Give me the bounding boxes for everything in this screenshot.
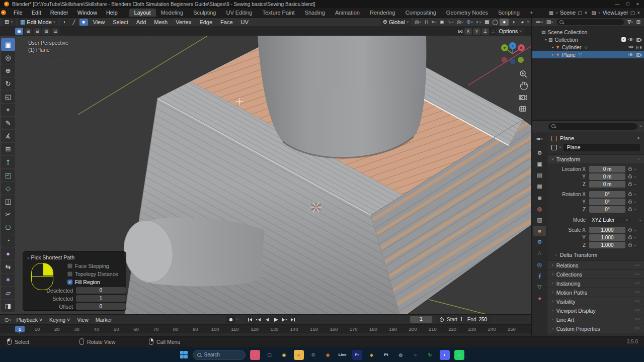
falloff-icon[interactable]: ∿˅: [446, 19, 455, 25]
transform-value-field[interactable]: 0°: [589, 191, 625, 198]
pt-app-icon[interactable]: Pt: [381, 350, 391, 360]
field-value[interactable]: 0: [76, 303, 126, 310]
animate-decorator[interactable]: •: [639, 218, 641, 222]
visibility-filter-icon[interactable]: ◎˅: [455, 19, 465, 25]
axis-x-button[interactable]: X: [464, 28, 472, 35]
properties-tab-object[interactable]: ■: [533, 226, 546, 236]
collection-checkbox[interactable]: ✓: [621, 37, 626, 42]
object-name-field[interactable]: Plane: [564, 144, 640, 151]
tool-rip-region[interactable]: ◨: [1, 300, 15, 312]
mode-dropdown[interactable]: ▦Edit Mode˅: [18, 18, 58, 26]
pivot-point-icon[interactable]: ◎˅: [413, 19, 423, 25]
section-visibility[interactable]: ›Visibility≡≡: [547, 297, 644, 306]
tool-move[interactable]: ⊕: [1, 64, 15, 77]
tool-edge-slide[interactable]: ⇆: [1, 260, 15, 273]
mirror-icon[interactable]: ⋈: [456, 29, 464, 34]
tab-rendering[interactable]: Rendering: [365, 9, 400, 17]
shading-wireframe-icon[interactable]: ◯: [491, 19, 500, 26]
disable-render-icon[interactable]: [636, 37, 642, 42]
disable-render-icon[interactable]: [636, 52, 642, 57]
section-instancing[interactable]: ›Instancing≡≡: [547, 279, 644, 288]
tab-compositing[interactable]: Compositing: [400, 9, 441, 17]
tool-smooth[interactable]: ●: [1, 247, 15, 260]
menu-edit[interactable]: Edit: [27, 10, 46, 16]
animate-decorator[interactable]: •: [634, 235, 636, 240]
checkbox-icon[interactable]: [67, 272, 72, 277]
remove-viewlayer-icon[interactable]: ×: [637, 10, 640, 16]
viewport-menu-vertex[interactable]: Vertex: [172, 19, 195, 25]
tool-annotate[interactable]: ✎: [1, 117, 15, 129]
ring-app-icon[interactable]: ○: [411, 350, 421, 360]
properties-tab-view-layer[interactable]: ▦: [533, 182, 546, 192]
animate-decorator[interactable]: •: [634, 200, 636, 204]
outliner-editor-icon[interactable]: ≔˅: [534, 19, 545, 25]
new-scene-icon[interactable]: ▢: [578, 10, 582, 16]
axis-z-button[interactable]: Z: [481, 28, 489, 35]
discord-icon[interactable]: ◗: [440, 350, 450, 360]
tab-sculpting[interactable]: Sculpting: [188, 9, 221, 17]
properties-tab-modifiers[interactable]: ⚙: [533, 237, 546, 247]
gizmo-neg-x[interactable]: [502, 57, 507, 63]
transform-value-field[interactable]: 0°: [589, 206, 625, 213]
select-option-extend-icon[interactable]: ⊞: [24, 28, 32, 35]
select-option-difference-icon[interactable]: ⊠: [42, 28, 50, 35]
transform-value-field[interactable]: 0 m: [589, 181, 625, 188]
lock-icon[interactable]: [625, 242, 634, 248]
operator-panel[interactable]: ˅ Pick Shortest Path Face SteppingTopolo…: [23, 251, 126, 311]
blender-menu-icon[interactable]: [1, 10, 6, 15]
tab-modeling[interactable]: Modeling: [156, 9, 189, 17]
gizmos-toggle-icon[interactable]: ⊕˅: [465, 19, 474, 25]
orientation-dropdown[interactable]: ⊕Global˅: [380, 18, 412, 26]
section-custom-properties[interactable]: ›Custom Properties≡≡: [547, 324, 644, 333]
gizmo-neg-z[interactable]: [510, 59, 516, 64]
animate-decorator[interactable]: •: [634, 167, 636, 171]
tool-extrude-region[interactable]: ↥: [1, 156, 15, 168]
checkbox-icon[interactable]: ✓: [67, 280, 72, 285]
select-option-set-icon[interactable]: ▣: [15, 28, 23, 35]
start-button[interactable]: [180, 351, 188, 359]
timeline-editor-icon[interactable]: ◴˅: [3, 317, 13, 322]
properties-tab-world[interactable]: ◍: [533, 204, 546, 214]
outliner-search-input[interactable]: [557, 19, 624, 25]
tool-spin[interactable]: ◔: [1, 234, 15, 247]
checkbox-topology-distance[interactable]: Topology Distance: [67, 271, 118, 277]
taskbar-search[interactable]: Search: [193, 350, 246, 360]
select-mode-vertex-icon[interactable]: •: [60, 19, 69, 26]
transform-value-field[interactable]: 0 m: [589, 173, 625, 180]
outliner-filter-icon[interactable]: ∇˅: [626, 19, 634, 25]
properties-tab-tool[interactable]: ⚙: [533, 148, 546, 158]
outliner-row-plane[interactable]: ▸▼Plane▽: [532, 51, 644, 58]
shading-rendered-icon[interactable]: ◕: [518, 19, 527, 26]
settings-icon[interactable]: ⚙: [308, 350, 318, 360]
lock-icon[interactable]: [625, 207, 634, 212]
tool-cursor[interactable]: ◎: [1, 51, 15, 64]
timeline-menu-playback[interactable]: Playback ˅: [13, 317, 46, 323]
sync-icon[interactable]: ↻: [425, 350, 435, 360]
lock-icon[interactable]: [625, 192, 634, 197]
properties-tab-constraints[interactable]: ∮: [533, 270, 546, 281]
properties-editor-icon[interactable]: ≔˅: [533, 134, 546, 144]
timeline-menu-view[interactable]: View: [73, 317, 92, 323]
xray-toggle-icon[interactable]: ▩: [483, 19, 491, 25]
field-value[interactable]: 0: [76, 287, 126, 294]
tab-geometry-nodes[interactable]: Geometry Nodes: [441, 9, 493, 17]
play-button[interactable]: [271, 316, 280, 323]
animate-decorator[interactable]: •: [634, 207, 636, 212]
whatsapp-icon[interactable]: ◌: [454, 350, 464, 360]
shading-material-preview-icon[interactable]: ◑: [509, 19, 518, 26]
menu-file[interactable]: File: [9, 10, 27, 16]
tool-poly-build[interactable]: ⎔: [1, 221, 15, 234]
properties-tab-render[interactable]: ▣: [533, 159, 546, 169]
file-explorer-icon[interactable]: ▰: [294, 350, 304, 360]
axis-y-button[interactable]: Y: [473, 28, 480, 35]
viewport-menu-uv[interactable]: UV: [237, 19, 253, 25]
tab-shading[interactable]: Shading: [300, 9, 330, 17]
snap-magnet-icon[interactable]: ⊓: [423, 19, 430, 25]
close-button[interactable]: ×: [636, 2, 639, 7]
tool-measure[interactable]: ∡: [1, 130, 15, 142]
new-collection-icon[interactable]: ⊞: [635, 19, 642, 25]
menu-help[interactable]: Help: [102, 10, 122, 16]
current-frame-field[interactable]: 1: [410, 316, 432, 323]
editor-type-button[interactable]: ⊞˅: [2, 18, 16, 26]
section-relations[interactable]: ›Relations≡≡: [547, 260, 644, 269]
